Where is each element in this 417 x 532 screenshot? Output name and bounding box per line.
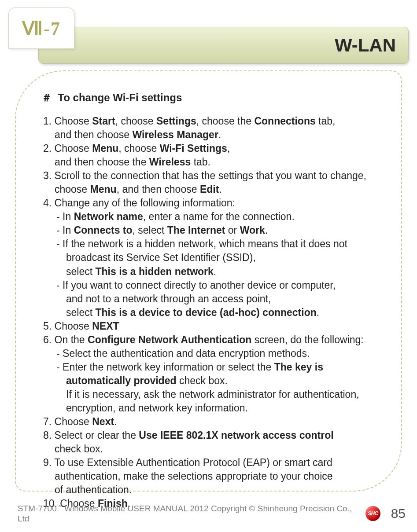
section-heading-text: To change Wi-Fi settings <box>58 92 182 103</box>
step-3: 3. Scroll to the connection that has the… <box>43 169 382 196</box>
step-2: 2. Choose Menu, choose Wi-Fi Settings, a… <box>43 142 382 169</box>
title-bar: W-LAN <box>39 27 408 63</box>
step-8: 8. Select or clear the Use IEEE 802.1X n… <box>43 429 382 456</box>
steps-list: 1. Choose Start, choose Settings, choose… <box>40 114 382 510</box>
step-4-sub-4: - If you want to connect directly to ano… <box>43 279 382 319</box>
step-6-sub-2: - Enter the network key information or s… <box>43 360 382 415</box>
chapter-label: Ⅶ-7 <box>22 18 61 39</box>
step-5: 5. Choose NEXT <box>43 319 382 333</box>
chapter-tab: Ⅶ-7 <box>9 8 74 48</box>
footer: STM-7700™ Windows Mobile USER MANUAL 201… <box>0 503 417 524</box>
step-4-sub-3: - If the network is a hidden network, wh… <box>43 237 382 278</box>
step-4-sub-2: - In Connects to, select The Internet or… <box>43 224 382 237</box>
step-6: 6. On the Configure Network Authenticati… <box>43 333 382 347</box>
footer-text: STM-7700™ Windows Mobile USER MANUAL 201… <box>18 503 361 523</box>
step-4: 4. Change any of the following informati… <box>43 196 382 210</box>
step-7: 7. Choose Next. <box>43 415 382 429</box>
page-number: 85 <box>391 506 406 521</box>
step-6-sub-1: - Select the authentication and data enc… <box>43 347 382 360</box>
step-1: 1. Choose Start, choose Settings, choose… <box>43 114 382 142</box>
page-title: W-LAN <box>335 35 396 56</box>
section-heading: ＃ To change Wi-Fi settings <box>41 91 382 105</box>
step-9: 9. To use Extensible Authentication Prot… <box>43 456 382 497</box>
brand-logo-icon: SHC <box>365 506 380 521</box>
section-marker: ＃ <box>41 92 52 103</box>
step-4-sub-1: - In Network name, enter a name for the … <box>43 210 382 224</box>
content-panel: ＃ To change Wi-Fi settings 1. Choose Sta… <box>15 70 402 492</box>
